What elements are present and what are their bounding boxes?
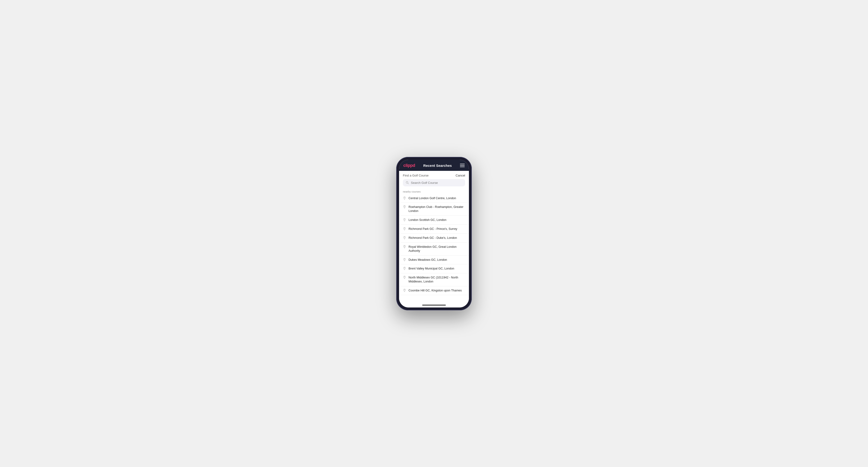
- location-pin-icon: [403, 227, 406, 230]
- list-item[interactable]: London Scottish GC, London: [399, 216, 469, 225]
- main-content: Find a Golf Course Cancel Nearby courses: [399, 171, 469, 308]
- list-item[interactable]: Richmond Park GC - Prince's, Surrey: [399, 225, 469, 234]
- phone-screen: clippd Recent Searches Find a Golf Cours…: [399, 160, 469, 308]
- svg-point-10: [404, 277, 405, 277]
- location-pin-icon: [403, 205, 406, 209]
- app-header: clippd Recent Searches: [399, 160, 469, 171]
- location-pin-icon: [403, 218, 406, 222]
- svg-point-9: [404, 268, 405, 268]
- search-input[interactable]: [411, 181, 462, 185]
- list-item[interactable]: Richmond Park GC - Duke's, London: [399, 234, 469, 243]
- location-pin-icon: [403, 276, 406, 279]
- svg-point-11: [404, 289, 405, 290]
- location-pin-icon: [403, 258, 406, 261]
- hamburger-line-3: [460, 166, 465, 167]
- list-item[interactable]: Central London Golf Centre, London: [399, 194, 469, 203]
- list-item[interactable]: Brent Valley Municipal GC, London: [399, 264, 469, 273]
- home-indicator: [422, 305, 446, 306]
- list-item[interactable]: Royal Wimbledon GC, Great London Authori…: [399, 243, 469, 255]
- location-pin-icon: [403, 289, 406, 292]
- hamburger-line-2: [460, 165, 465, 166]
- svg-point-4: [404, 219, 405, 219]
- svg-line-1: [408, 183, 409, 184]
- svg-point-7: [404, 246, 405, 246]
- location-pin-icon: [403, 236, 406, 240]
- list-item[interactable]: North Middlesex GC (1011942 - North Midd…: [399, 273, 469, 286]
- course-name: Brent Valley Municipal GC, London: [408, 267, 454, 271]
- svg-point-5: [404, 228, 405, 228]
- svg-point-8: [404, 259, 405, 259]
- list-item[interactable]: Dukes Meadows GC, London: [399, 255, 469, 264]
- list-item[interactable]: Roehampton Club - Roehampton, Greater Lo…: [399, 203, 469, 216]
- search-input-wrapper: [403, 179, 465, 186]
- location-pin-icon: [403, 196, 406, 200]
- list-item[interactable]: Coombe Hill GC, Kingston upon Thames: [399, 286, 469, 295]
- course-name: London Scottish GC, London: [408, 218, 446, 222]
- header-title: Recent Searches: [423, 163, 452, 167]
- find-bar: Find a Golf Course Cancel: [399, 171, 469, 179]
- course-name: Central London Golf Centre, London: [408, 196, 456, 200]
- location-pin-icon: [403, 267, 406, 270]
- course-name: Richmond Park GC - Duke's, London: [408, 236, 457, 240]
- course-name: Coombe Hill GC, Kingston upon Thames: [408, 289, 462, 292]
- course-name: North Middlesex GC (1011942 - North Midd…: [408, 276, 465, 284]
- course-name: Roehampton Club - Roehampton, Greater Lo…: [408, 205, 465, 213]
- location-pin-icon: [403, 245, 406, 248]
- hamburger-line-1: [460, 164, 465, 164]
- svg-point-3: [404, 206, 405, 207]
- cancel-button[interactable]: Cancel: [456, 174, 465, 177]
- nearby-section-label: Nearby courses: [399, 189, 469, 194]
- menu-icon[interactable]: [460, 164, 465, 167]
- course-name: Richmond Park GC - Prince's, Surrey: [408, 227, 457, 231]
- course-name: Dukes Meadows GC, London: [408, 258, 447, 262]
- find-label: Find a Golf Course: [403, 174, 429, 177]
- phone-frame: clippd Recent Searches Find a Golf Cours…: [396, 157, 472, 310]
- search-icon: [406, 181, 409, 184]
- svg-point-2: [404, 197, 405, 198]
- course-name: Royal Wimbledon GC, Great London Authori…: [408, 245, 465, 253]
- svg-point-6: [404, 237, 405, 238]
- app-logo: clippd: [403, 163, 415, 168]
- course-list: Central London Golf Centre, London Roeha…: [399, 194, 469, 308]
- search-box: [399, 179, 469, 189]
